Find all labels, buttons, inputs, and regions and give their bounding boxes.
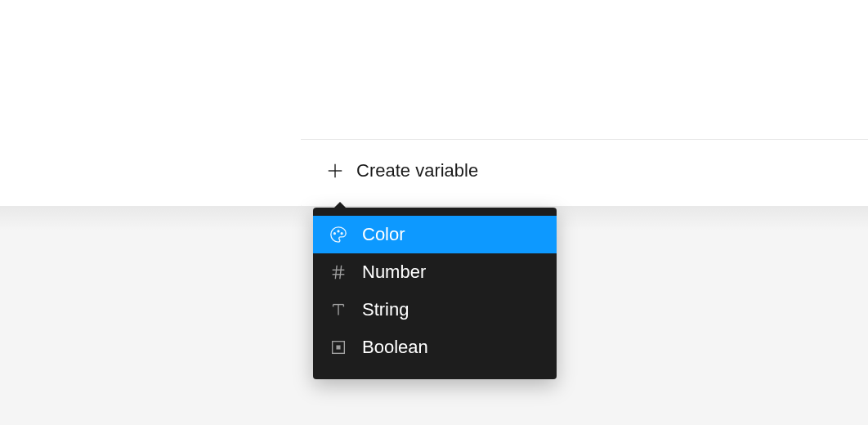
svg-point-2	[334, 233, 336, 235]
svg-point-3	[338, 230, 339, 232]
create-variable-button[interactable]: Create variable	[325, 160, 478, 181]
menu-item-label: String	[362, 299, 409, 320]
palette-icon	[329, 226, 347, 244]
menu-item-boolean[interactable]: Boolean	[313, 329, 557, 366]
panel-divider	[301, 139, 868, 140]
create-variable-label: Create variable	[356, 160, 478, 181]
svg-line-8	[340, 266, 342, 280]
menu-item-label: Color	[362, 224, 405, 245]
menu-item-label: Number	[362, 262, 426, 283]
menu-item-number[interactable]: Number	[313, 253, 557, 291]
text-icon	[329, 301, 347, 319]
svg-line-7	[335, 266, 337, 280]
square-dot-icon	[329, 338, 347, 356]
menu-item-string[interactable]: String	[313, 291, 557, 329]
menu-arrow	[333, 202, 347, 208]
variable-type-menu: Color Number String	[313, 208, 557, 379]
plus-icon	[325, 161, 345, 181]
hash-icon	[329, 263, 347, 281]
svg-point-4	[341, 233, 342, 235]
menu-item-label: Boolean	[362, 337, 428, 358]
svg-rect-14	[337, 346, 340, 349]
menu-item-color[interactable]: Color	[313, 216, 557, 253]
sidebar-panel	[0, 0, 301, 206]
